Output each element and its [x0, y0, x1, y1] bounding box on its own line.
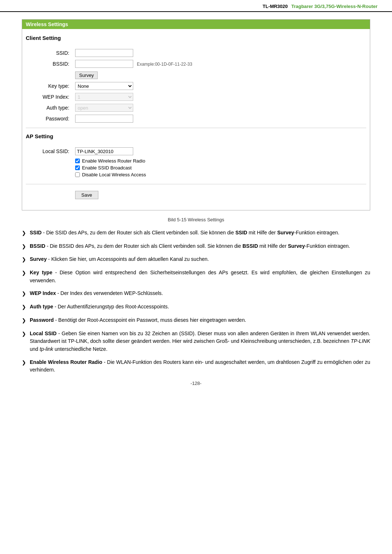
bullet-auth-type: ❯ Auth type - Der Authentifizierungstyp … [22, 303, 370, 311]
bullet-arrow-5: ❯ [22, 290, 26, 298]
ap-checkboxes-row: Enable Wireless Router Radio Enable SSID… [26, 157, 366, 180]
bullet-text-bssid: BSSID - Die BSSID des APs, zu dem der Ro… [30, 242, 370, 250]
product-name: Tragbarer 3G/3,75G-Wireless-N-Router [291, 4, 377, 9]
bullet-ssid: ❯ SSID - Die SSID des APs, zu dem der Ro… [22, 229, 370, 237]
ssid-input[interactable] [75, 49, 133, 57]
auth-type-select[interactable]: open shared [75, 104, 133, 112]
enable-wireless-router-radio-label: Enable Wireless Router Radio [82, 158, 145, 164]
disable-local-wireless-access-row: Disable Local Wireless Access [75, 172, 364, 177]
bullet-text-local-ssid: Local SSID - Geben Sie einen Namen von b… [30, 330, 370, 353]
bssid-row: BSSID: Example:00-1D-0F-11-22-33 [26, 58, 366, 69]
disable-local-wireless-access-label: Disable Local Wireless Access [82, 172, 146, 177]
ap-setting-title: AP Setting [26, 133, 366, 141]
bullet-text-enable-wireless-router-radio: Enable Wireless Router Radio - Die WLAN-… [30, 358, 370, 374]
page-header: TL-MR3020 Tragbarer 3G/3,75G-Wireless-N-… [0, 0, 392, 12]
bullet-password: ❯ Password - Benötigt der Root-Accesspoi… [22, 316, 370, 325]
bullet-arrow-1: ❯ [22, 229, 26, 237]
settings-box-body: Client Setting SSID: BSSID: Example:00-1… [22, 29, 370, 210]
bullet-enable-wireless-router-radio: ❯ Enable Wireless Router Radio - Die WLA… [22, 358, 370, 374]
enable-wireless-router-radio-row: Enable Wireless Router Radio [75, 158, 364, 164]
key-type-row: Key type: None WEP WPA/WPA2 [26, 81, 366, 91]
bullet-bssid: ❯ BSSID - Die BSSID des APs, zu dem der … [22, 242, 370, 251]
ssid-row: SSID: [26, 48, 366, 58]
enable-ssid-broadcast-checkbox[interactable] [75, 165, 80, 170]
wep-index-row: WEP Index: 1 2 3 4 [26, 91, 366, 102]
bullet-text-key-type: Key type - Diese Option wird entsprechen… [30, 269, 370, 284]
key-type-label: Key type: [26, 81, 73, 91]
bullet-arrow-6: ❯ [22, 303, 26, 311]
section-divider [26, 128, 366, 128]
bullet-arrow-4: ❯ [22, 269, 26, 277]
bullet-list: ❯ SSID - Die SSID des APs, zu dem der Ro… [22, 229, 370, 374]
ap-setting-form: Local SSID: Enable Wireless Router Radio [26, 146, 366, 180]
bullet-text-wep-index: WEP Index - Der Index des verwendeten WE… [30, 290, 370, 297]
bullet-arrow-3: ❯ [22, 256, 26, 264]
wireless-settings-box: Wireless Settings Client Setting SSID: B… [22, 19, 370, 210]
bullet-wep-index: ❯ WEP Index - Der Index des verwendeten … [22, 290, 370, 298]
disable-local-wireless-access-checkbox[interactable] [75, 172, 80, 177]
bullet-arrow-9: ❯ [22, 359, 26, 367]
bullet-arrow-8: ❯ [22, 330, 26, 338]
save-divider [26, 184, 366, 184]
bullet-local-ssid: ❯ Local SSID - Geben Sie einen Namen von… [22, 330, 370, 353]
bullet-text-survey: Survey - Klicken Sie hier, um Accesspoin… [30, 255, 370, 263]
bssid-input[interactable] [75, 60, 133, 68]
client-setting-title: Client Setting [26, 35, 366, 43]
ssid-label: SSID: [26, 48, 73, 58]
figure-caption: Bild 5-15 Wireless Settings [22, 217, 370, 222]
local-ssid-label: Local SSID: [26, 146, 73, 157]
password-label: Password: [26, 113, 73, 124]
auth-type-row: Auth type: open shared [26, 102, 366, 113]
page-number: -128- [22, 381, 370, 386]
wep-index-select[interactable]: 1 2 3 4 [75, 93, 133, 101]
client-setting-form: SSID: BSSID: Example:00-1D-0F-11-22-33 [26, 48, 366, 124]
enable-wireless-router-radio-checkbox[interactable] [75, 159, 80, 163]
save-form: Save [26, 189, 366, 201]
auth-type-label: Auth type: [26, 102, 73, 113]
bullet-text-ssid: SSID - Die SSID des APs, zu dem der Rout… [30, 229, 370, 237]
password-input[interactable] [75, 115, 133, 123]
bullet-text-password: Password - Benötigt der Root-Accesspoint… [30, 316, 370, 324]
enable-ssid-broadcast-row: Enable SSID Broadcast [75, 165, 364, 171]
save-row: Save [26, 189, 366, 201]
survey-button[interactable]: Survey [75, 71, 98, 79]
bssid-label: BSSID: [26, 58, 73, 69]
local-ssid-row: Local SSID: [26, 146, 366, 157]
bullet-text-auth-type: Auth type - Der Authentifizierungstyp de… [30, 303, 370, 311]
password-row: Password: [26, 113, 366, 124]
enable-ssid-broadcast-label: Enable SSID Broadcast [82, 165, 132, 171]
settings-box-header: Wireless Settings [22, 20, 370, 29]
local-ssid-input[interactable] [75, 147, 133, 155]
wep-index-label: WEP Index: [26, 91, 73, 102]
bssid-example: Example:00-1D-0F-11-22-33 [137, 62, 192, 67]
model-number: TL-MR3020 [262, 4, 287, 9]
bullet-key-type: ❯ Key type - Diese Option wird entsprech… [22, 269, 370, 284]
save-button[interactable]: Save [75, 191, 98, 199]
bullet-arrow-2: ❯ [22, 243, 26, 251]
key-type-select[interactable]: None WEP WPA/WPA2 [75, 82, 133, 90]
bullet-arrow-7: ❯ [22, 317, 26, 325]
survey-row: Survey [26, 69, 366, 81]
bullet-survey: ❯ Survey - Klicken Sie hier, um Accesspo… [22, 255, 370, 264]
